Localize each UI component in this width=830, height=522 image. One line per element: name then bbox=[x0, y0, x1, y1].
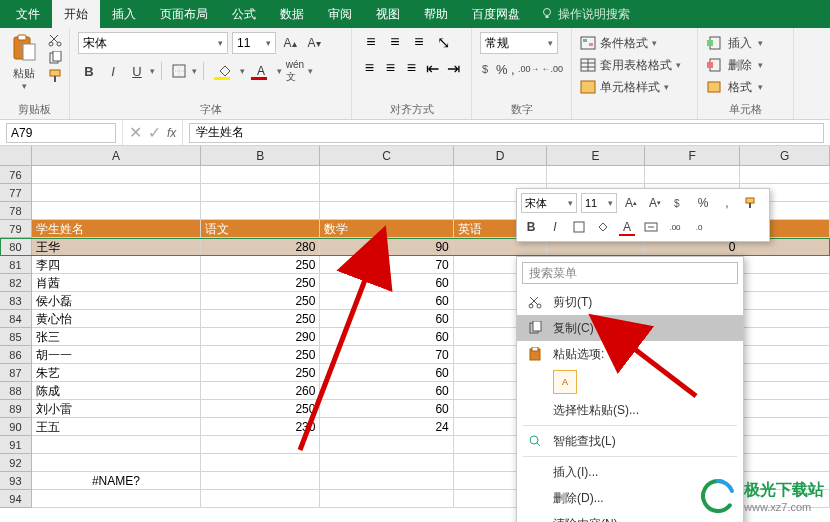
tab-data[interactable]: 数据 bbox=[268, 0, 316, 28]
cell[interactable] bbox=[201, 454, 320, 472]
cell[interactable]: 60 bbox=[320, 328, 453, 346]
shrink-font-button[interactable]: A▾ bbox=[304, 32, 324, 54]
align-bottom-button[interactable]: ≡ bbox=[408, 32, 430, 52]
cell[interactable]: 70 bbox=[320, 256, 453, 274]
cell[interactable]: 陈成 bbox=[32, 382, 201, 400]
mini-decdec-button[interactable]: .0 bbox=[689, 217, 709, 237]
select-all-corner[interactable] bbox=[0, 146, 32, 165]
align-right-button[interactable]: ≡ bbox=[402, 58, 421, 78]
cell[interactable]: 250 bbox=[201, 310, 320, 328]
cell[interactable]: 90 bbox=[320, 238, 453, 256]
mini-merge-button[interactable] bbox=[641, 217, 661, 237]
indent-dec-button[interactable]: ⇤ bbox=[423, 58, 442, 78]
cell[interactable] bbox=[201, 166, 320, 184]
cell[interactable] bbox=[740, 418, 830, 436]
cell[interactable]: 朱艺 bbox=[32, 364, 201, 382]
cell[interactable] bbox=[201, 490, 320, 508]
cell[interactable]: 250 bbox=[201, 292, 320, 310]
cell[interactable] bbox=[320, 472, 453, 490]
mini-fontcolor-button[interactable]: A bbox=[617, 217, 637, 237]
grow-font-button[interactable]: A▴ bbox=[280, 32, 300, 54]
row-header[interactable]: 82 bbox=[0, 274, 32, 292]
cell[interactable]: 60 bbox=[320, 382, 453, 400]
underline-button[interactable]: U bbox=[126, 60, 148, 82]
mini-border-button[interactable] bbox=[569, 217, 589, 237]
mini-font-combo[interactable]: 宋体▾ bbox=[521, 193, 577, 213]
cell[interactable]: 60 bbox=[320, 400, 453, 418]
align-left-button[interactable]: ≡ bbox=[360, 58, 379, 78]
cell[interactable] bbox=[645, 166, 741, 184]
cell[interactable]: 王华 bbox=[32, 238, 201, 256]
indent-inc-button[interactable]: ⇥ bbox=[444, 58, 463, 78]
cell[interactable]: 250 bbox=[201, 364, 320, 382]
ctx-cut[interactable]: 剪切(T) bbox=[517, 289, 743, 315]
align-center-button[interactable]: ≡ bbox=[381, 58, 400, 78]
cell[interactable]: 刘小雷 bbox=[32, 400, 201, 418]
cell[interactable]: 侯小磊 bbox=[32, 292, 201, 310]
ctx-search-input[interactable]: 搜索菜单 bbox=[522, 262, 738, 284]
cell[interactable] bbox=[320, 166, 453, 184]
cell[interactable]: 黄心怡 bbox=[32, 310, 201, 328]
cell[interactable] bbox=[740, 346, 830, 364]
row-header[interactable]: 88 bbox=[0, 382, 32, 400]
row-header[interactable]: 90 bbox=[0, 418, 32, 436]
italic-button[interactable]: I bbox=[102, 60, 124, 82]
tab-view[interactable]: 视图 bbox=[364, 0, 412, 28]
cut-button[interactable] bbox=[46, 32, 64, 48]
row-header[interactable]: 79 bbox=[0, 220, 32, 238]
row-header[interactable]: 80 bbox=[0, 238, 32, 256]
tab-home[interactable]: 开始 bbox=[52, 0, 100, 28]
cell[interactable]: 数学 bbox=[320, 220, 453, 238]
delete-cells-button[interactable]: 删除▾ bbox=[706, 54, 785, 76]
col-header-a[interactable]: A bbox=[32, 146, 201, 165]
tab-layout[interactable]: 页面布局 bbox=[148, 0, 220, 28]
cell[interactable] bbox=[547, 166, 645, 184]
paste-button[interactable]: 粘贴 ▾ bbox=[8, 32, 40, 91]
mini-grow-button[interactable]: A▴ bbox=[621, 193, 641, 213]
cell[interactable]: 60 bbox=[320, 274, 453, 292]
cell[interactable] bbox=[740, 364, 830, 382]
font-name-combo[interactable]: 宋体▾ bbox=[78, 32, 228, 54]
mini-decinc-button[interactable]: .00 bbox=[665, 217, 685, 237]
mini-bold-button[interactable]: B bbox=[521, 217, 541, 237]
cell[interactable] bbox=[740, 328, 830, 346]
col-header-g[interactable]: G bbox=[740, 146, 830, 165]
tab-baidu[interactable]: 百度网盘 bbox=[460, 0, 532, 28]
cell[interactable]: 60 bbox=[320, 310, 453, 328]
mini-italic-button[interactable]: I bbox=[545, 217, 565, 237]
cell-style-button[interactable]: 单元格样式▾ bbox=[580, 76, 689, 98]
row-header[interactable]: 93 bbox=[0, 472, 32, 490]
cell[interactable]: 肖茜 bbox=[32, 274, 201, 292]
tell-me[interactable]: 操作说明搜索 bbox=[540, 6, 630, 23]
col-header-f[interactable]: F bbox=[645, 146, 741, 165]
cell[interactable] bbox=[32, 184, 201, 202]
enter-icon[interactable]: ✓ bbox=[148, 123, 161, 142]
cell[interactable]: 李四 bbox=[32, 256, 201, 274]
row-header[interactable]: 76 bbox=[0, 166, 32, 184]
cell[interactable] bbox=[740, 382, 830, 400]
paste-all-button[interactable]: A bbox=[553, 370, 577, 394]
format-painter-button[interactable] bbox=[46, 68, 64, 84]
ctx-smart-lookup[interactable]: 智能查找(L) bbox=[517, 428, 743, 454]
cell[interactable]: 250 bbox=[201, 346, 320, 364]
row-header[interactable]: 84 bbox=[0, 310, 32, 328]
orientation-button[interactable]: ⤡ bbox=[432, 32, 454, 52]
chevron-down-icon[interactable]: ▾ bbox=[192, 66, 197, 76]
cell[interactable]: 张三 bbox=[32, 328, 201, 346]
cell[interactable]: 24 bbox=[320, 418, 453, 436]
cell[interactable] bbox=[320, 454, 453, 472]
row-header[interactable]: 83 bbox=[0, 292, 32, 310]
mini-percent-button[interactable]: % bbox=[693, 193, 713, 213]
phonetic-button[interactable]: wén文 bbox=[284, 60, 306, 82]
tab-file[interactable]: 文件 bbox=[4, 0, 52, 28]
col-header-c[interactable]: C bbox=[320, 146, 453, 165]
format-cells-button[interactable]: 格式▾ bbox=[706, 76, 785, 98]
borders-button[interactable] bbox=[168, 60, 190, 82]
ctx-copy[interactable]: 复制(C) bbox=[517, 315, 743, 341]
cell[interactable]: 60 bbox=[320, 364, 453, 382]
fill-color-button[interactable] bbox=[210, 60, 238, 82]
insert-cells-button[interactable]: 插入▾ bbox=[706, 32, 785, 54]
chevron-down-icon[interactable]: ▾ bbox=[277, 66, 282, 76]
tab-formulas[interactable]: 公式 bbox=[220, 0, 268, 28]
conditional-format-button[interactable]: 条件格式▾ bbox=[580, 32, 689, 54]
